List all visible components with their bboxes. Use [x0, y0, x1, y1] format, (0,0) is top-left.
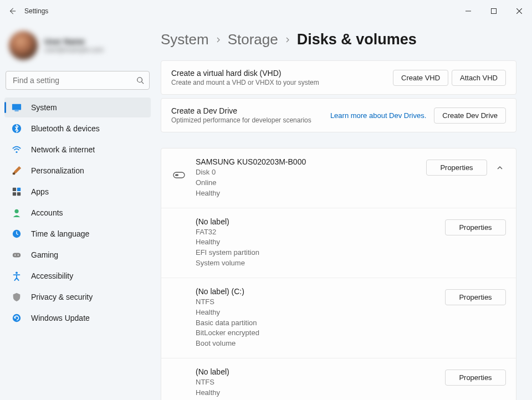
vhd-card: Create a virtual hard disk (VHD) Create …	[161, 60, 516, 95]
svg-rect-4	[12, 104, 21, 110]
nav: System Bluetooth & devices Network & int…	[4, 98, 151, 328]
shield-icon	[11, 291, 22, 302]
accessibility-icon	[11, 270, 22, 281]
nav-time-language[interactable]: Time & language	[4, 224, 151, 244]
nav-gaming[interactable]: Gaming	[4, 245, 151, 265]
back-button[interactable]	[7, 6, 18, 17]
volume-title: (No label)	[196, 217, 436, 226]
globe-clock-icon	[11, 228, 22, 239]
svg-point-18	[16, 272, 18, 274]
devdrive-learn-more-link[interactable]: Learn more about Dev Drives.	[330, 111, 426, 120]
svg-rect-1	[492, 9, 497, 14]
breadcrumb: System Storage Disks & volumes	[161, 31, 516, 48]
nav-label: Bluetooth & devices	[31, 124, 100, 133]
svg-point-2	[137, 78, 142, 83]
display-icon	[11, 102, 22, 113]
volume-row[interactable]: (No label) NTFS Healthy Microsoft recove…	[161, 358, 516, 400]
nav-system[interactable]: System	[4, 98, 151, 117]
attach-vhd-button[interactable]: Attach VHD	[452, 70, 506, 86]
update-icon	[11, 312, 22, 324]
svg-point-16	[14, 254, 16, 255]
profile[interactable]: User Name user@example.com	[4, 27, 151, 71]
nav-label: Windows Update	[31, 314, 90, 322]
app-title: Settings	[24, 7, 48, 15]
svg-rect-10	[17, 188, 21, 191]
disk-icon	[173, 172, 185, 178]
content: System Storage Disks & volumes Create a …	[155, 22, 532, 400]
volume-properties-button[interactable]: Properties	[445, 370, 506, 386]
crumb-system[interactable]: System	[161, 31, 209, 48]
create-devdrive-button[interactable]: Create Dev Drive	[434, 107, 506, 124]
nav-personalization[interactable]: Personalization	[4, 161, 151, 181]
chevron-right-icon	[285, 37, 290, 43]
nav-windows-update[interactable]: Windows Update	[4, 308, 151, 328]
person-icon	[11, 207, 22, 218]
crumb-storage[interactable]: Storage	[228, 31, 278, 48]
svg-point-19	[13, 314, 21, 322]
volume-extra2: Boot volume	[196, 339, 436, 349]
svg-line-3	[142, 82, 144, 84]
apps-icon	[11, 186, 22, 197]
nav-label: Accessibility	[31, 271, 73, 280]
nav-accounts[interactable]: Accounts	[4, 203, 151, 223]
disk-properties-button[interactable]: Properties	[426, 160, 487, 176]
volume-fs: NTFS	[196, 377, 436, 388]
svg-rect-5	[14, 110, 18, 111]
volume-title: (No label) (C:)	[196, 287, 436, 296]
volume-type: EFI system partition	[196, 248, 436, 258]
search-field[interactable]	[6, 71, 150, 90]
svg-point-13	[14, 209, 18, 213]
nav-label: Personalization	[31, 166, 84, 175]
chevron-up-icon[interactable]	[496, 164, 506, 172]
nav-accessibility[interactable]: Accessibility	[4, 266, 151, 286]
svg-point-17	[18, 254, 19, 255]
nav-label: Network & internet	[31, 145, 95, 154]
nav-label: Accounts	[31, 208, 63, 217]
nav-privacy[interactable]: Privacy & security	[4, 287, 151, 307]
disk-panel: SAMSUNG KUS020203M-B000 Disk 0 Online He…	[161, 148, 516, 400]
profile-name: User Name	[44, 37, 104, 46]
nav-network[interactable]: Network & internet	[4, 140, 151, 160]
brush-icon	[11, 165, 22, 176]
search-icon	[136, 76, 144, 84]
create-vhd-button[interactable]: Create VHD	[393, 70, 448, 86]
wifi-icon	[11, 144, 22, 155]
devdrive-card: Create a Dev Drive Optimized performance…	[161, 98, 516, 132]
svg-point-7	[16, 151, 17, 153]
volume-fs: NTFS	[196, 297, 436, 307]
disk-health: Healthy	[196, 188, 417, 199]
minimize-button[interactable]	[456, 2, 481, 20]
close-button[interactable]	[507, 2, 532, 20]
profile-email: user@example.com	[44, 46, 104, 54]
titlebar: Settings	[0, 0, 532, 22]
volume-properties-button[interactable]: Properties	[445, 289, 506, 305]
card-subtitle: Create and mount a VHD or VHDX to your s…	[171, 79, 385, 86]
nav-bluetooth[interactable]: Bluetooth & devices	[4, 119, 151, 139]
card-title: Create a Dev Drive	[171, 106, 323, 115]
volume-row[interactable]: (No label) FAT32 Healthy EFI system part…	[161, 208, 516, 278]
svg-rect-12	[17, 192, 21, 196]
volume-row[interactable]: (No label) (C:) NTFS Healthy Basic data …	[161, 278, 516, 358]
volume-type: Basic data partition	[196, 318, 436, 329]
volume-health: Healthy	[196, 237, 436, 248]
volume-extra: System volume	[196, 258, 436, 269]
maximize-button[interactable]	[481, 2, 507, 20]
svg-rect-9	[13, 188, 16, 191]
svg-rect-15	[13, 253, 21, 257]
nav-apps[interactable]: Apps	[4, 182, 151, 202]
nav-label: Apps	[31, 187, 49, 196]
disk-status: Online	[196, 178, 417, 188]
search-input[interactable]	[6, 71, 150, 90]
gamepad-icon	[11, 249, 22, 260]
card-subtitle: Optimized performance for developer scen…	[171, 116, 323, 124]
volume-health: Healthy	[196, 307, 436, 318]
volume-extra: BitLocker encrypted	[196, 328, 436, 339]
sidebar: User Name user@example.com System Blueto	[0, 22, 155, 400]
svg-rect-21	[175, 175, 178, 176]
crumb-current: Disks & volumes	[297, 31, 417, 48]
nav-label: System	[31, 103, 57, 112]
volume-properties-button[interactable]: Properties	[445, 219, 506, 235]
disk-row[interactable]: SAMSUNG KUS020203M-B000 Disk 0 Online He…	[161, 148, 516, 208]
window-controls	[456, 2, 532, 20]
nav-label: Time & language	[31, 229, 89, 238]
